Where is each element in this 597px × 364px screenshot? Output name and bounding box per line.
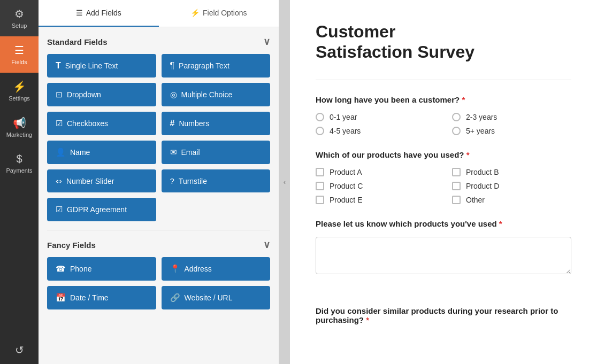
checkbox-label-product-c: Product C xyxy=(330,182,363,190)
nav-label-setup: Setup xyxy=(12,22,27,29)
standard-fields-grid: T Single Line Text ¶ Paragraph Text ⊡ Dr… xyxy=(47,54,270,221)
field-btn-dropdown[interactable]: ⊡ Dropdown xyxy=(47,83,156,106)
checkbox-option-product-d[interactable]: Product D xyxy=(452,182,571,190)
question-label-q2: Which of our products have you used? * xyxy=(316,150,571,159)
question-label-q1: How long have you been a customer? * xyxy=(316,95,571,104)
checkbox-label-product-e: Product E xyxy=(330,196,362,204)
turnstile-icon: ? xyxy=(170,176,174,185)
fields-icon: ☰ xyxy=(14,44,24,57)
checkbox-box-product-c xyxy=(316,182,324,190)
checkbox-option-product-e[interactable]: Product E xyxy=(316,196,435,204)
nav-label-settings: Settings xyxy=(9,95,30,102)
fields-content: Standard Fields ∨ T Single Line Text ¶ P… xyxy=(39,27,279,364)
fancy-fields-chevron[interactable]: ∨ xyxy=(263,239,270,251)
field-options-tab-icon: ⚡ xyxy=(190,9,200,17)
field-btn-name[interactable]: 👤 Name xyxy=(47,141,156,164)
field-btn-single-line-text[interactable]: T Single Line Text xyxy=(47,54,156,78)
field-btn-phone[interactable]: ☎ Phone xyxy=(47,257,156,281)
paragraph-text-icon: ¶ xyxy=(170,61,175,71)
q3-textarea[interactable] xyxy=(316,237,571,274)
nav-label-payments: Payments xyxy=(6,167,33,174)
payments-icon: $ xyxy=(16,153,22,165)
checkbox-box-product-a xyxy=(316,168,324,176)
checkbox-option-product-a[interactable]: Product A xyxy=(316,168,435,176)
field-btn-email[interactable]: ✉ Email xyxy=(162,141,271,164)
email-icon: ✉ xyxy=(170,148,177,157)
required-star-q2: * xyxy=(466,150,470,159)
field-btn-turnstile[interactable]: ? Turnstile xyxy=(162,169,271,192)
checkbox-option-product-b[interactable]: Product B xyxy=(452,168,571,176)
nav-item-fields[interactable]: ☰ Fields xyxy=(0,36,39,73)
radio-label-2-3years: 2-3 years xyxy=(466,113,497,121)
numbers-icon: # xyxy=(170,119,175,128)
question-block-q1: How long have you been a customer? * 0-1… xyxy=(316,95,571,135)
field-btn-numbers[interactable]: # Numbers xyxy=(162,112,271,135)
tab-add-fields[interactable]: ☰ Add Fields xyxy=(39,0,159,27)
radio-grid-q1: 0-1 year 2-3 years 4-5 years 5+ years xyxy=(316,113,571,135)
standard-fields-title: Standard Fields xyxy=(47,37,108,47)
checkbox-box-other xyxy=(452,196,461,204)
nav-item-payments[interactable]: $ Payments xyxy=(0,145,39,181)
radio-option-0-1year[interactable]: 0-1 year xyxy=(316,113,435,121)
section-divider-1 xyxy=(47,230,270,230)
question-block-q4: Did you consider similar products during… xyxy=(316,306,571,324)
survey-title: CustomerSatisfaction Survey xyxy=(316,21,571,63)
field-btn-checkboxes[interactable]: ☑ Checkboxes xyxy=(47,112,156,135)
name-icon: 👤 xyxy=(56,148,66,157)
fields-panel: ☰ Add Fields ⚡ Field Options Standard Fi… xyxy=(39,0,279,364)
radio-option-4-5years[interactable]: 4-5 years xyxy=(316,127,435,135)
panel-collapse-toggle[interactable]: ‹ xyxy=(279,0,290,364)
nav-label-marketing: Marketing xyxy=(6,131,32,138)
checkboxes-icon: ☑ xyxy=(56,119,63,128)
required-star-q4: * xyxy=(366,315,369,324)
marketing-icon: 📢 xyxy=(13,117,26,129)
add-fields-tab-label: Add Fields xyxy=(86,9,121,17)
radio-label-5plus: 5+ years xyxy=(466,127,495,135)
dropdown-icon: ⊡ xyxy=(56,90,63,99)
phone-icon: ☎ xyxy=(56,264,66,274)
checkbox-label-product-a: Product A xyxy=(330,168,362,176)
sidebar-nav: ⚙ Setup ☰ Fields ⚡ Settings 📢 Marketing … xyxy=(0,0,39,364)
nav-item-marketing[interactable]: 📢 Marketing xyxy=(0,109,39,145)
field-btn-multiple-choice[interactable]: ◎ Multiple Choice xyxy=(162,83,271,106)
nav-item-settings[interactable]: ⚡ Settings xyxy=(0,73,39,109)
question-block-q2: Which of our products have you used? * P… xyxy=(316,150,571,204)
website-url-icon: 🔗 xyxy=(170,293,180,303)
setup-icon: ⚙ xyxy=(14,7,24,20)
checkbox-label-other: Other xyxy=(466,196,485,204)
field-btn-gdpr[interactable]: ☑ GDPR Agreement xyxy=(47,198,156,221)
required-star-q3: * xyxy=(499,219,502,228)
field-options-tab-label: Field Options xyxy=(203,9,247,17)
single-line-text-icon: T xyxy=(56,61,61,71)
tab-field-options[interactable]: ⚡ Field Options xyxy=(159,0,279,27)
required-star-q1: * xyxy=(462,95,465,104)
checkbox-box-product-b xyxy=(452,168,461,176)
number-slider-icon: ⇔ xyxy=(56,177,62,185)
radio-label-0-1year: 0-1 year xyxy=(330,113,357,121)
date-time-icon: 📅 xyxy=(56,293,66,303)
radio-option-2-3years[interactable]: 2-3 years xyxy=(452,113,571,121)
field-btn-address[interactable]: 📍 Address xyxy=(162,257,271,281)
nav-item-setup[interactable]: ⚙ Setup xyxy=(0,0,39,36)
checkbox-label-product-d: Product D xyxy=(466,182,499,190)
fancy-fields-header: Fancy Fields ∨ xyxy=(47,239,270,251)
address-icon: 📍 xyxy=(170,264,180,274)
question-label-q3: Please let us know which products you've… xyxy=(316,219,571,228)
question-block-q3: Please let us know which products you've… xyxy=(316,219,571,291)
question-label-q4: Did you consider similar products during… xyxy=(316,306,571,324)
settings-icon: ⚡ xyxy=(13,80,26,93)
undo-button[interactable]: ↺ xyxy=(0,336,39,364)
multiple-choice-icon: ◎ xyxy=(170,90,177,99)
collapse-arrow-icon: ‹ xyxy=(284,179,286,186)
field-btn-date-time[interactable]: 📅 Date / Time xyxy=(47,286,156,309)
form-preview: CustomerSatisfaction Survey How long hav… xyxy=(290,0,597,364)
checkbox-option-other[interactable]: Other xyxy=(452,196,571,204)
radio-circle-2-3years xyxy=(452,113,461,121)
radio-circle-5plus xyxy=(452,127,461,135)
field-btn-paragraph-text[interactable]: ¶ Paragraph Text xyxy=(162,54,271,78)
radio-option-5plus[interactable]: 5+ years xyxy=(452,127,571,135)
standard-fields-chevron[interactable]: ∨ xyxy=(263,36,270,48)
field-btn-number-slider[interactable]: ⇔ Number Slider xyxy=(47,169,156,192)
checkbox-option-product-c[interactable]: Product C xyxy=(316,182,435,190)
field-btn-website-url[interactable]: 🔗 Website / URL xyxy=(162,286,271,309)
